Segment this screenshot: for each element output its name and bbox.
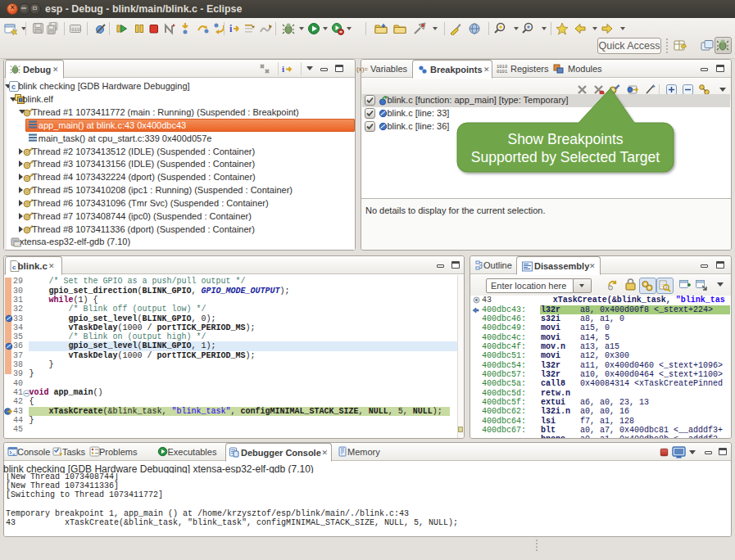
svg-text:(x)=: (x)= <box>356 65 368 73</box>
svg-text:0101: 0101 <box>497 69 508 75</box>
svg-text:i: i <box>282 64 284 74</box>
svg-text:Show Breakpoints: Show Breakpoints <box>507 131 623 147</box>
svg-text:c: c <box>12 264 16 271</box>
svg-text:c: c <box>11 83 16 91</box>
svg-text:Supported by Selected Target: Supported by Selected Target <box>471 149 660 165</box>
svg-text:i: i <box>229 23 233 34</box>
svg-text:010: 010 <box>71 27 80 33</box>
